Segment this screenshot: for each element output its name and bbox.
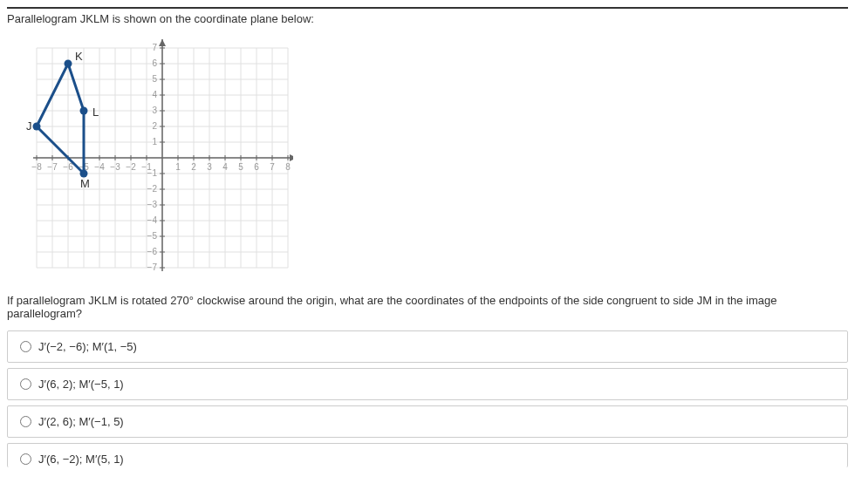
- svg-marker-96: [37, 64, 84, 174]
- option-b-label: J′(6, 2); M′(−5, 1): [38, 378, 124, 391]
- svg-text:−6: −6: [147, 247, 158, 256]
- svg-text:−4: −4: [94, 162, 105, 172]
- svg-text:−7: −7: [147, 262, 158, 272]
- svg-text:−6: −6: [63, 162, 73, 172]
- option-b[interactable]: J′(6, 2); M′(−5, 1): [7, 368, 848, 400]
- radio-c[interactable]: [20, 416, 31, 427]
- svg-text:5: 5: [238, 162, 243, 172]
- svg-text:7: 7: [270, 162, 275, 172]
- prompt-text: Parallelogram JKLM is shown on the coord…: [7, 12, 848, 25]
- svg-point-98: [65, 60, 72, 68]
- radio-d[interactable]: [20, 453, 31, 465]
- svg-point-99: [80, 107, 88, 115]
- svg-text:3: 3: [152, 106, 157, 115]
- svg-text:−1: −1: [147, 168, 158, 178]
- svg-text:L: L: [92, 106, 99, 119]
- option-c[interactable]: J′(2, 6); M′(−1, 5): [7, 405, 848, 438]
- svg-text:M: M: [80, 177, 90, 190]
- option-c-label: J′(2, 6); M′(−1, 5): [38, 415, 124, 428]
- svg-marker-35: [159, 39, 166, 46]
- svg-text:1: 1: [175, 162, 181, 172]
- svg-text:2: 2: [191, 162, 196, 172]
- svg-text:−4: −4: [147, 215, 158, 225]
- svg-text:8: 8: [285, 162, 291, 172]
- option-d[interactable]: J′(6, −2); M′(5, 1): [7, 443, 848, 467]
- svg-text:−2: −2: [147, 184, 158, 194]
- coordinate-plane-graph: −8−7−6−5−4−3−2−112345678−7−6−5−4−3−2−112…: [14, 36, 848, 280]
- svg-marker-34: [290, 154, 293, 161]
- svg-text:6: 6: [254, 162, 259, 172]
- svg-text:1: 1: [152, 137, 157, 146]
- svg-text:6: 6: [152, 58, 157, 68]
- svg-text:4: 4: [222, 162, 228, 172]
- svg-text:−3: −3: [147, 200, 158, 209]
- question-text: If parallelogram JKLM is rotated 270° cl…: [7, 294, 848, 320]
- svg-text:7: 7: [152, 43, 157, 52]
- svg-text:−2: −2: [126, 162, 136, 172]
- svg-text:5: 5: [152, 74, 157, 84]
- radio-a[interactable]: [20, 341, 31, 352]
- radio-b[interactable]: [20, 378, 31, 390]
- option-a-label: J′(−2, −6); M′(1, −5): [38, 340, 137, 353]
- svg-text:K: K: [75, 50, 83, 63]
- svg-text:−3: −3: [110, 162, 120, 172]
- svg-text:J: J: [26, 119, 32, 133]
- svg-text:3: 3: [207, 162, 212, 172]
- svg-text:−5: −5: [147, 231, 158, 241]
- svg-point-97: [33, 123, 41, 131]
- svg-text:4: 4: [152, 90, 157, 99]
- svg-text:2: 2: [152, 121, 157, 131]
- svg-text:−7: −7: [47, 162, 58, 172]
- option-d-label: J′(6, −2); M′(5, 1): [38, 453, 124, 466]
- svg-text:−8: −8: [31, 162, 42, 172]
- option-a[interactable]: J′(−2, −6); M′(1, −5): [7, 330, 848, 363]
